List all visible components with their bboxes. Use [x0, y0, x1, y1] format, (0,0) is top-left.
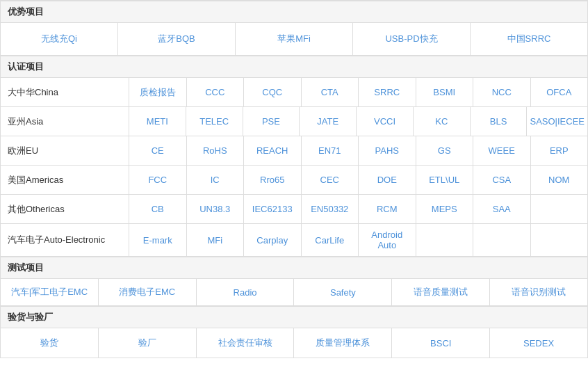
cert-header-2: 欧洲EU	[1, 136, 129, 165]
cert-item-1-1[interactable]: TELEC	[186, 107, 243, 136]
cert-item-4-3[interactable]: EN50332	[302, 195, 359, 223]
inspect-item-5[interactable]: SEDEX	[490, 328, 587, 358]
cert-item-0-2[interactable]: CQC	[244, 78, 302, 106]
cert-item-2-0[interactable]: CE	[129, 136, 187, 165]
cert-item-2-6[interactable]: WEEE	[473, 136, 531, 165]
cert-item-3-5[interactable]: ETL\UL	[416, 166, 474, 194]
test-item-4[interactable]: 语音质量测试	[392, 279, 490, 305]
cert-item-5-5	[416, 224, 474, 256]
cert-header-4: 其他Othericas	[1, 195, 129, 223]
cert-row-0: 大中华China 质检报告 CCC CQC CTA SRRC BSMI NCC …	[1, 78, 587, 107]
test-item-1[interactable]: 消费电子EMC	[99, 279, 197, 305]
cert-item-4-5[interactable]: MEPS	[416, 195, 474, 223]
cert-item-2-3[interactable]: EN71	[302, 136, 359, 165]
cert-item-1-2[interactable]: PSE	[243, 107, 300, 136]
inspection-row: 验货 验厂 社会责任审核 质量管理体系 BSCI SEDEX	[1, 328, 587, 358]
cert-item-0-7[interactable]: OFCA	[531, 78, 588, 106]
cert-header-5: 汽车电子Auto-Electronic	[1, 224, 129, 256]
cert-item-3-3[interactable]: CEC	[302, 166, 359, 194]
advantage-title: 优势项目	[1, 1, 587, 23]
certification-title: 认证项目	[1, 56, 587, 78]
cert-item-1-7[interactable]: SASO|IECEE	[527, 107, 587, 136]
cert-item-3-6[interactable]: CSA	[473, 166, 531, 194]
cert-item-5-6	[473, 224, 531, 256]
cert-item-4-1[interactable]: UN38.3	[187, 195, 245, 223]
cert-row-4: 其他Othericas CB UN38.3 IEC62133 EN50332 R…	[1, 195, 587, 224]
cert-item-3-7[interactable]: NOM	[531, 166, 588, 194]
cert-row-2: 欧洲EU CE RoHS REACH EN71 PAHS GS WEEE ERP	[1, 136, 587, 166]
testing-row: 汽车|军工电子EMC 消费电子EMC Radio Safety 语音质量测试 语…	[1, 279, 587, 306]
cert-item-1-4[interactable]: VCCI	[357, 107, 414, 136]
cert-item-4-4[interactable]: RCM	[359, 195, 416, 223]
advantage-item-2[interactable]: 苹果MFi	[236, 23, 353, 55]
cert-item-0-6[interactable]: NCC	[473, 78, 531, 106]
testing-title: 测试项目	[1, 257, 587, 279]
cert-item-5-2[interactable]: Carplay	[244, 224, 302, 256]
test-item-5[interactable]: 语音识别测试	[490, 279, 587, 305]
cert-item-0-5[interactable]: BSMI	[416, 78, 474, 106]
cert-row-3: 美国Americas FCC IC Rro65 CEC DOE ETL\UL C…	[1, 166, 587, 195]
advantage-item-0[interactable]: 无线充Qi	[1, 23, 118, 55]
inspect-item-2[interactable]: 社会责任审核	[197, 328, 295, 358]
test-item-3[interactable]: Safety	[294, 279, 392, 305]
cert-item-2-5[interactable]: GS	[416, 136, 474, 165]
cert-item-2-7[interactable]: ERP	[531, 136, 588, 165]
inspect-item-0[interactable]: 验货	[1, 328, 99, 358]
cert-item-3-0[interactable]: FCC	[129, 166, 187, 194]
cert-header-0: 大中华China	[1, 78, 129, 106]
inspect-item-1[interactable]: 验厂	[99, 328, 197, 358]
advantage-item-1[interactable]: 蓝牙BQB	[118, 23, 236, 55]
cert-item-0-4[interactable]: SRRC	[359, 78, 416, 106]
cert-header-3: 美国Americas	[1, 166, 129, 194]
inspect-item-3[interactable]: 质量管理体系	[294, 328, 392, 358]
cert-item-0-1[interactable]: CCC	[187, 78, 245, 106]
test-item-2[interactable]: Radio	[197, 279, 295, 305]
cert-item-3-1[interactable]: IC	[187, 166, 245, 194]
cert-item-2-2[interactable]: REACH	[244, 136, 302, 165]
cert-item-5-7	[531, 224, 588, 256]
cert-item-1-5[interactable]: KC	[414, 107, 471, 136]
cert-item-0-3[interactable]: CTA	[302, 78, 359, 106]
cert-item-2-1[interactable]: RoHS	[187, 136, 245, 165]
inspection-title: 验货与验厂	[1, 306, 587, 328]
cert-header-1: 亚州Asia	[1, 107, 129, 136]
cert-item-4-6[interactable]: SAA	[473, 195, 531, 223]
advantage-item-4[interactable]: 中国SRRC	[471, 23, 587, 55]
cert-item-1-0[interactable]: METI	[129, 107, 186, 136]
cert-item-3-4[interactable]: DOE	[359, 166, 416, 194]
cert-item-5-1[interactable]: MFi	[187, 224, 245, 256]
cert-item-5-0[interactable]: E-mark	[129, 224, 187, 256]
cert-item-4-7[interactable]	[531, 195, 588, 223]
cert-row-5: 汽车电子Auto-Electronic E-mark MFi Carplay C…	[1, 224, 587, 257]
advantage-row: 无线充Qi 蓝牙BQB 苹果MFi USB-PD快充 中国SRRC	[1, 23, 587, 56]
cert-item-4-2[interactable]: IEC62133	[244, 195, 302, 223]
inspect-item-4[interactable]: BSCI	[392, 328, 490, 358]
cert-item-5-3[interactable]: CarLife	[302, 224, 359, 256]
cert-item-3-2[interactable]: Rro65	[244, 166, 302, 194]
cert-row-1: 亚州Asia METI TELEC PSE JATE VCCI KC BLS S…	[1, 107, 587, 136]
cert-item-0-0[interactable]: 质检报告	[129, 78, 187, 106]
cert-item-5-4[interactable]: Android Auto	[359, 224, 416, 256]
cert-item-4-0[interactable]: CB	[129, 195, 187, 223]
cert-item-1-6[interactable]: BLS	[471, 107, 528, 136]
cert-item-2-4[interactable]: PAHS	[359, 136, 416, 165]
test-item-0[interactable]: 汽车|军工电子EMC	[1, 279, 99, 305]
advantage-item-3[interactable]: USB-PD快充	[353, 23, 471, 55]
cert-item-1-3[interactable]: JATE	[300, 107, 357, 136]
